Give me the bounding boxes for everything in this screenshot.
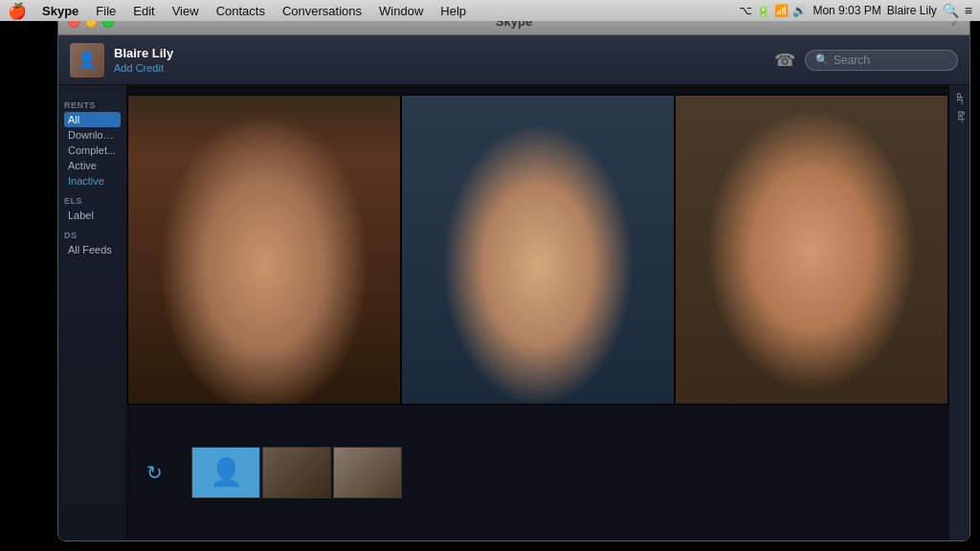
bluetooth-icon: ⌥ bbox=[739, 4, 752, 17]
wifi-icon: 📶 bbox=[774, 4, 789, 17]
right-sidebar: .JP .pg bbox=[948, 85, 969, 540]
sidebar-section-els: ELS bbox=[64, 196, 121, 206]
participant-3-video bbox=[676, 96, 947, 404]
sidebar-section-ds: DS bbox=[64, 231, 121, 240]
sidebar-item-all[interactable]: All bbox=[64, 112, 121, 127]
right-item-jp[interactable]: .JP bbox=[955, 93, 965, 105]
search-placeholder: Search bbox=[834, 54, 870, 67]
menu-time: Mon 9:03 PM bbox=[813, 4, 880, 17]
menu-username: Blaire Lily bbox=[887, 4, 937, 17]
participant-2-video bbox=[402, 96, 674, 404]
sidebar: RENTS All Downloa... Complet... Active I… bbox=[58, 85, 127, 540]
sidebar-item-label[interactable]: Label bbox=[64, 208, 121, 223]
menubar-edit[interactable]: Edit bbox=[125, 2, 162, 20]
menubar-right: ⌥ 🔋 📶 🔊 Mon 9:03 PM Blaire Lily 🔍 ≡ bbox=[739, 3, 972, 18]
user-avatar: 👤 bbox=[70, 43, 104, 77]
system-icons: ⌥ 🔋 📶 🔊 bbox=[739, 4, 807, 17]
user-info: Blaire Lily Add Credit bbox=[114, 46, 173, 74]
search-box[interactable]: 🔍 Search bbox=[805, 50, 958, 71]
phone-icon: ☎ bbox=[774, 50, 795, 71]
menubar-window[interactable]: Window bbox=[371, 2, 431, 20]
volume-icon: 🔊 bbox=[792, 4, 807, 17]
user-display-name: Blaire Lily bbox=[114, 46, 173, 60]
menubar-view[interactable]: View bbox=[165, 2, 207, 20]
video-grid bbox=[127, 95, 948, 405]
thumbnail-videos: 👤 bbox=[191, 447, 402, 498]
search-icon: 🔍 bbox=[815, 54, 829, 66]
menubar: 🍎 Skype File Edit View Contacts Conversa… bbox=[0, 0, 980, 21]
sidebar-section-rents: RENTS bbox=[64, 100, 121, 110]
thumbnail-1[interactable]: 👤 bbox=[191, 447, 260, 498]
sidebar-item-inactive[interactable]: Inactive bbox=[64, 173, 121, 188]
menubar-skype[interactable]: Skype bbox=[34, 2, 86, 20]
sidebar-item-complete[interactable]: Complet... bbox=[64, 143, 121, 158]
participant-1-video bbox=[128, 96, 400, 404]
menubar-help[interactable]: Help bbox=[433, 2, 474, 20]
menubar-contacts[interactable]: Contacts bbox=[209, 2, 273, 20]
menubar-items: Skype File Edit View Contacts Conversati… bbox=[34, 2, 474, 20]
thumbnail-3[interactable] bbox=[333, 447, 402, 498]
bottom-strip: ↻ 👤 bbox=[127, 405, 948, 540]
right-item-pg[interactable]: .pg bbox=[955, 111, 965, 123]
skype-window: Skype ⤢ 👤 Blaire Lily Add Credit ☎ 🔍 Sea… bbox=[57, 8, 970, 541]
menubar-conversations[interactable]: Conversations bbox=[275, 2, 369, 20]
video-cell-2 bbox=[401, 95, 675, 405]
spotlight-icon[interactable]: 🔍 bbox=[943, 3, 959, 18]
video-cell-1 bbox=[127, 95, 401, 405]
main-video-area: ↻ 👤 bbox=[127, 85, 948, 540]
notification-icon[interactable]: ≡ bbox=[965, 3, 972, 18]
sidebar-item-downloads[interactable]: Downloa... bbox=[64, 127, 121, 143]
sidebar-item-all-feeds[interactable]: All Feeds bbox=[64, 242, 121, 257]
video-cell-3 bbox=[675, 95, 948, 405]
battery-icon: 🔋 bbox=[756, 4, 770, 17]
content-area: RENTS All Downloa... Complet... Active I… bbox=[58, 85, 969, 540]
apple-menu[interactable]: 🍎 bbox=[8, 2, 27, 20]
avatar-image: 👤 bbox=[70, 43, 104, 77]
menubar-file[interactable]: File bbox=[88, 2, 123, 20]
add-credit-link[interactable]: Add Credit bbox=[114, 62, 173, 74]
person-icon: 👤 bbox=[210, 456, 243, 488]
skype-toolbar: 👤 Blaire Lily Add Credit ☎ 🔍 Search bbox=[58, 35, 969, 85]
rotate-view-icon[interactable]: ↻ bbox=[146, 461, 163, 484]
thumbnail-2[interactable] bbox=[262, 447, 331, 498]
sidebar-item-active[interactable]: Active bbox=[64, 158, 121, 173]
